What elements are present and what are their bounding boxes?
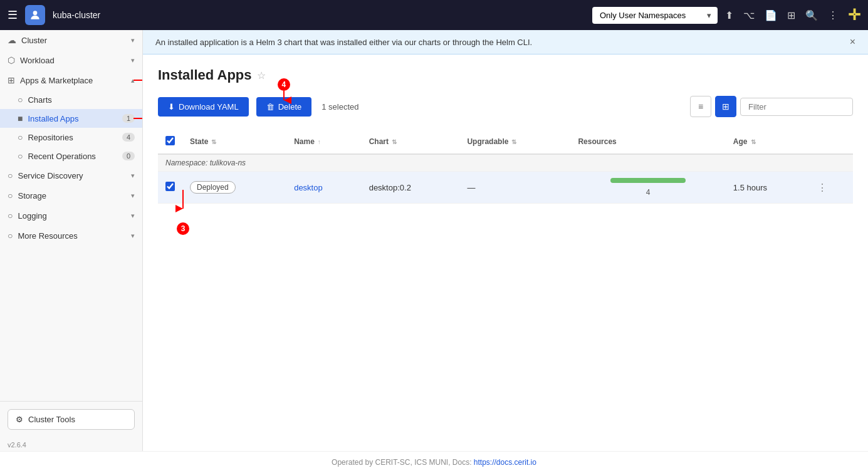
table-header-row: State ⇅ Name ↑ Chart bbox=[158, 130, 853, 154]
namespace-label: Namespace: tulikova-ns bbox=[165, 159, 246, 167]
select-all-checkbox[interactable] bbox=[165, 136, 175, 145]
select-all-header[interactable] bbox=[158, 130, 182, 154]
grid-view-icon: ⊞ bbox=[722, 101, 729, 112]
list-view-button[interactable]: ≡ bbox=[690, 96, 711, 117]
apps-icon: ⊞ bbox=[8, 75, 15, 85]
installed-apps-table: State ⇅ Name ↑ Chart bbox=[158, 130, 853, 204]
apps-marketplace-label: Apps & Marketplace bbox=[20, 76, 93, 85]
gear-icon: ⚙ bbox=[16, 415, 23, 424]
more-res-icon: ○ bbox=[8, 231, 13, 241]
search-icon[interactable]: 🔍 bbox=[805, 9, 818, 21]
charts-label: Charts bbox=[28, 95, 51, 105]
menu-icon[interactable]: ☰ bbox=[8, 8, 18, 22]
sidebar-item-workload[interactable]: ⬡ Workload ▾ bbox=[0, 50, 142, 70]
upload-icon[interactable]: ⬆ bbox=[725, 9, 733, 21]
download-yaml-label: Download YAML bbox=[179, 102, 239, 112]
page-title-row: Installed Apps ☆ bbox=[158, 67, 853, 83]
sidebar-item-repositories[interactable]: ○ Repositories 4 bbox=[0, 128, 142, 147]
app-name-link[interactable]: desktop bbox=[294, 183, 323, 192]
sidebar-item-logging[interactable]: ○ Logging ▾ bbox=[0, 205, 142, 226]
delete-icon: 🗑 bbox=[266, 102, 275, 112]
info-banner-text: An installed application is a Helm 3 cha… bbox=[155, 38, 532, 47]
filter-input[interactable] bbox=[740, 98, 853, 116]
cluster-tools-button[interactable]: ⚙ Cluster Tools bbox=[8, 409, 135, 430]
star-icon[interactable]: ☆ bbox=[257, 70, 266, 81]
repos-badge: 4 bbox=[122, 133, 135, 142]
download-icon: ⬇ bbox=[168, 102, 175, 112]
actions-column-header bbox=[810, 130, 853, 154]
toolbar-right: ≡ ⊞ bbox=[690, 96, 853, 117]
row-resources-cell: 4 bbox=[570, 172, 725, 204]
workload-icon: ⬡ bbox=[8, 55, 15, 65]
sidebar-item-installed-apps[interactable]: ■ Installed Apps 1 2 bbox=[0, 109, 142, 128]
installed-apps-icon: ■ bbox=[18, 113, 23, 123]
age-column-header[interactable]: Age ⇅ bbox=[726, 130, 810, 154]
sidebar-item-recent-operations[interactable]: ○ Recent Operations 0 bbox=[0, 147, 142, 165]
svg-point-0 bbox=[33, 11, 38, 15]
logging-label: Logging bbox=[18, 211, 46, 221]
repos-label: Repositories bbox=[28, 133, 73, 142]
logging-chevron: ▾ bbox=[131, 212, 135, 220]
namespace-row: Namespace: tulikova-ns bbox=[158, 154, 853, 172]
sidebar-item-more-resources[interactable]: ○ More Resources ▾ bbox=[0, 226, 142, 246]
service-disc-label: Service Discovery bbox=[18, 171, 83, 180]
workload-chevron: ▾ bbox=[131, 56, 135, 65]
row-actions-cell[interactable]: ⋮ bbox=[810, 172, 853, 204]
more-icon[interactable]: ⋮ bbox=[828, 9, 838, 21]
resources-column-header: Resources bbox=[570, 130, 725, 154]
row-checkbox[interactable] bbox=[165, 182, 175, 191]
row-actions-menu[interactable]: ⋮ bbox=[817, 182, 827, 193]
footer-text-prefix: Operated by CERIT-SC, ICS MUNI, Docs: bbox=[332, 458, 474, 467]
resources-count: 4 bbox=[646, 188, 651, 197]
download-yaml-button[interactable]: ⬇ Download YAML bbox=[158, 97, 249, 117]
logging-icon: ○ bbox=[8, 211, 13, 221]
repos-icon: ○ bbox=[18, 132, 23, 142]
service-disc-icon: ○ bbox=[8, 170, 13, 180]
state-column-header[interactable]: State ⇅ bbox=[182, 130, 286, 154]
sidebar-item-cluster[interactable]: ☁ Cluster ▾ bbox=[0, 30, 142, 50]
apps-chevron: ▴ bbox=[131, 76, 135, 85]
terminal-icon[interactable]: ⌥ bbox=[743, 9, 755, 21]
row-name-cell[interactable]: desktop bbox=[286, 172, 362, 204]
workload-label: Workload bbox=[20, 56, 55, 65]
main-content-area: An installed application is a Helm 3 cha… bbox=[143, 30, 868, 451]
charts-icon: ○ bbox=[18, 95, 23, 105]
row-age-cell: 1.5 hours bbox=[726, 172, 810, 204]
sidebar-bottom: ⚙ Cluster Tools bbox=[0, 401, 142, 437]
row-chart-cell: desktop:0.2 bbox=[362, 172, 460, 204]
plus-icon[interactable]: ✛ bbox=[848, 6, 860, 24]
namespace-select[interactable]: Only User Namespaces bbox=[592, 7, 718, 24]
more-res-label: More Resources bbox=[18, 231, 77, 241]
row-checkbox-cell[interactable]: 3 bbox=[158, 172, 182, 204]
grid-view-button[interactable]: ⊞ bbox=[715, 96, 736, 117]
footer: Operated by CERIT-SC, ICS MUNI, Docs: ht… bbox=[0, 451, 868, 473]
sidebar-item-service-discovery[interactable]: ○ Service Discovery ▾ bbox=[0, 165, 142, 185]
chart-column-header[interactable]: Chart ⇅ bbox=[362, 130, 460, 154]
info-banner-close[interactable]: × bbox=[850, 36, 855, 48]
recent-ops-label: Recent Operations bbox=[28, 152, 95, 161]
footer-link[interactable]: https://docs.cerit.io bbox=[474, 458, 536, 467]
logo bbox=[25, 5, 45, 25]
cluster-icon: ☁ bbox=[8, 35, 16, 45]
upgradable-column-header[interactable]: Upgradable ⇅ bbox=[459, 130, 570, 154]
grid-icon[interactable]: ⊞ bbox=[787, 9, 795, 21]
header: ☰ kuba-cluster Only User Namespaces ⬆ ⌥ … bbox=[0, 0, 868, 30]
name-column-header[interactable]: Name ↑ bbox=[286, 130, 362, 154]
sidebar-item-charts[interactable]: ○ Charts bbox=[0, 90, 142, 109]
recent-ops-icon: ○ bbox=[18, 151, 23, 161]
file-icon[interactable]: 📄 bbox=[765, 9, 777, 21]
cluster-name: kuba-cluster bbox=[53, 10, 100, 20]
table-row: 3 Deployed desktop desktop:0.2 — bbox=[158, 172, 853, 204]
installed-apps-label: Installed Apps bbox=[28, 114, 78, 123]
sidebar-item-apps-marketplace[interactable]: ⊞ Apps & Marketplace ▴ 1 bbox=[0, 70, 142, 90]
version-text: v2.6.4 bbox=[0, 437, 142, 451]
delete-label: Delete bbox=[278, 102, 302, 112]
info-banner: An installed application is a Helm 3 cha… bbox=[143, 30, 868, 55]
sidebar-item-storage[interactable]: ○ Storage ▾ bbox=[0, 185, 142, 205]
storage-icon: ○ bbox=[8, 190, 13, 200]
cluster-tools-label: Cluster Tools bbox=[28, 415, 75, 424]
more-res-chevron: ▾ bbox=[131, 232, 135, 240]
delete-button[interactable]: 🗑 Delete 4 bbox=[256, 97, 312, 117]
state-badge: Deployed bbox=[190, 181, 236, 194]
namespace-selector[interactable]: Only User Namespaces bbox=[592, 7, 718, 24]
